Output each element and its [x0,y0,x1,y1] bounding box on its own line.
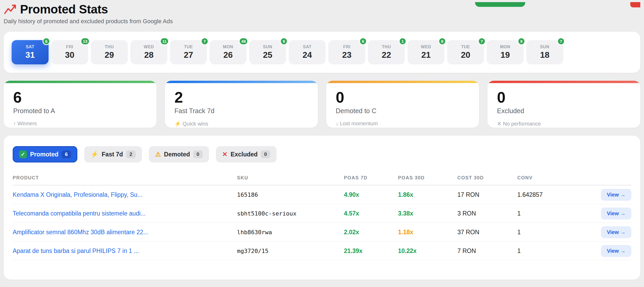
weekday-label: THU [105,45,114,49]
stat-value: 0 [336,90,470,105]
filter-tab[interactable]: ✓ Promoted 6 [13,146,77,162]
date-count-badge: 11 [160,37,169,45]
date-card[interactable]: 7 SUN 18 [526,40,563,64]
weekday-label: FRI [66,45,73,49]
cost-30d-cell: 17 RON [457,191,517,198]
stat-note-text: Winners [17,121,37,126]
day-number: 25 [263,50,272,60]
table-row: Telecomanda compatibila pentru sistemele… [13,204,631,223]
day-number: 31 [25,50,35,60]
date-card[interactable]: 1 THU 22 [368,40,405,64]
weekday-label: SAT [303,45,311,49]
poas-30d-cell: 10.22x [398,247,457,255]
sku-cell: 165186 [237,192,344,198]
view-cell: View → [601,245,631,257]
stat-note-icon: ↑ [13,121,16,126]
weekday-label: MON [223,45,233,49]
view-button[interactable]: View → [601,245,631,257]
tab-count-badge: 6 [61,150,71,158]
day-number: 18 [540,50,550,60]
date-count-badge: 13 [80,37,90,45]
product-link[interactable]: Telecomanda compatibila pentru sistemele… [13,210,237,217]
stat-cards: 6 Promoted to A ↑Winners 2 Fast Track 7d… [4,81,640,128]
weekday-label: WED [421,45,431,49]
view-cell: View → [601,226,631,238]
date-card[interactable]: 13 FRI 30 [51,40,88,64]
date-count-badge: 7 [201,37,209,45]
stat-label: Excluded [497,107,631,115]
view-button[interactable]: View → [601,189,631,201]
date-card[interactable]: 11 WED 28 [130,40,167,64]
date-card[interactable]: THU 29 [91,40,128,64]
check-icon: ✓ [19,150,27,158]
table-body: Kendama X Originala, Profesionala, Flipp… [13,185,631,260]
date-card[interactable]: 6 SAT 31 [12,40,49,64]
date-card[interactable]: 6 FRI 23 [328,40,365,64]
stat-card: 6 Promoted to A ↑Winners [4,81,157,128]
weekday-label: TUE [461,45,470,49]
weekday-label: SUN [263,45,272,49]
tab-count-badge: 2 [126,150,136,158]
day-number: 30 [65,50,74,60]
date-card[interactable]: SAT 24 [289,40,326,64]
filter-tab[interactable]: ⚠ Demoted 0 [149,146,209,162]
stat-note: ↑Winners [13,121,147,127]
sku-cell: lhb8630rwa [237,229,344,236]
date-card[interactable]: 7 TUE 20 [447,40,484,64]
date-count-badge: 7 [478,37,486,45]
conv-cell: 1 [517,229,574,236]
tab-count-badge: 0 [193,150,203,158]
product-link[interactable]: Kendama X Originala, Profesionala, Flipp… [13,191,237,198]
product-link[interactable]: Amplificator semnal 860Mhz 30dB alimenta… [13,229,237,236]
x-icon: ✕ [222,151,228,158]
product-link[interactable]: Aparat de tuns barba si parul PHILIPS 7 … [13,247,237,255]
poas-7d-cell: 21.39x [344,247,398,255]
view-button[interactable]: View → [601,226,631,238]
date-card[interactable]: 48 MON 26 [210,40,247,64]
day-number: 29 [105,50,114,60]
stat-value: 6 [13,90,147,105]
stat-card: 0 Excluded ✕No performance [487,81,640,128]
stat-card: 0 Demoted to C ↓Lost momentum [326,81,479,128]
date-card[interactable]: 8 WED 21 [408,40,444,64]
tab-label: Fast 7d [102,151,123,158]
stat-note-icon: ✕ [497,121,501,127]
poas-7d-cell: 4.57x [344,210,398,217]
view-cell: View → [601,189,631,201]
view-button[interactable]: View → [601,208,631,219]
stat-accent-bar [4,81,157,83]
cost-30d-cell: 3 RON [457,210,517,217]
tab-label: Promoted [30,151,58,158]
day-number: 19 [500,50,510,60]
stat-note: ✕No performance [497,121,631,127]
day-number: 26 [223,50,233,60]
conv-cell: 1 [517,247,574,255]
date-card[interactable]: 9 SUN 25 [249,40,286,64]
stat-value: 2 [174,90,308,105]
table-row: Aparat de tuns barba si parul PHILIPS 7 … [13,242,631,260]
poas-30d-cell: 3.38x [398,210,457,217]
day-number: 27 [184,50,193,60]
date-count-badge: 48 [239,37,248,45]
weekday-label: SUN [540,45,549,49]
col-cost-30d: COST 30D [457,175,517,181]
stat-note: ↓Lost momentum [336,121,470,127]
date-card[interactable]: 9 MON 19 [487,40,524,64]
cost-30d-cell: 7 RON [457,247,517,255]
filter-tabs: ✓ Promoted 6 ⚡ Fast 7d 2 ⚠ Demoted 0 ✕ E… [13,146,631,162]
col-poas-7d: POAS 7D [344,175,398,181]
filter-tab[interactable]: ⚡ Fast 7d 2 [84,146,142,162]
date-strip: 6 SAT 31 13 FRI 30 THU 29 11 WED 28 7 TU… [4,32,640,73]
bolt-icon: ⚡ [91,151,98,158]
weekday-label: TUE [184,45,193,49]
day-number: 24 [302,50,312,60]
day-number: 22 [382,50,391,60]
stat-card: 2 Fast Track 7d ⚡Quick wins [165,81,318,128]
date-count-badge: 8 [438,37,446,45]
partial-green-button[interactable] [475,2,525,7]
col-poas-30d: POAS 30D [398,175,457,181]
promoted-stats-page: Promoted Stats Daily history of promoted… [0,0,644,287]
filter-tab[interactable]: ✕ Excluded 0 [216,146,277,162]
date-card[interactable]: 7 TUE 27 [170,40,207,64]
table-row: Kendama X Originala, Profesionala, Flipp… [13,185,631,204]
